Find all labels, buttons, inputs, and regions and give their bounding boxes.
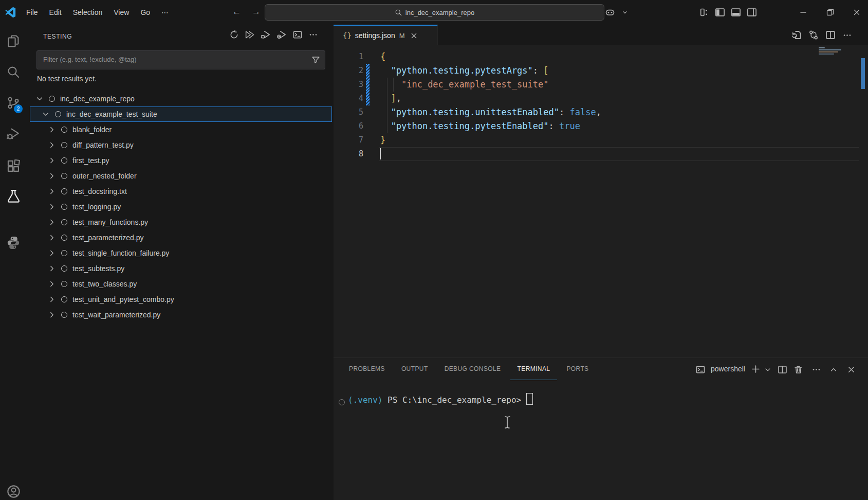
chevron-right-icon[interactable] (48, 280, 56, 288)
code-editor[interactable]: 1{2 "python.testing.pytestArgs": [3 "inc… (334, 45, 868, 358)
code-line-5[interactable]: 5 "python.testing.unittestEnabled": fals… (334, 105, 868, 119)
command-decoration-icon[interactable] (339, 399, 345, 405)
test-tree-item-outer_nested_folder[interactable]: outer_nested_folder (30, 168, 332, 184)
chevron-right-icon[interactable] (48, 187, 56, 195)
tab-close-button[interactable] (410, 32, 418, 40)
test-tree-item-test_docstring.txt[interactable]: test_docstring.txt (30, 184, 332, 199)
test-tree-item-label: blank_folder (72, 126, 112, 134)
menu-selection[interactable]: Selection (67, 6, 108, 19)
chevron-right-icon[interactable] (48, 156, 56, 165)
token-punct (380, 121, 391, 131)
close-window-button[interactable] (845, 0, 868, 24)
chevron-right-icon[interactable] (48, 234, 56, 242)
kill-terminal-button[interactable] (793, 365, 803, 374)
new-terminal-button[interactable] (751, 364, 761, 374)
restore-button[interactable] (819, 0, 841, 24)
chevron-right-icon[interactable] (48, 249, 56, 257)
minimap[interactable] (819, 47, 849, 56)
test-tree-item-test_logging.py[interactable]: test_logging.py (30, 199, 332, 215)
test-tree-item-test_parameterized.py[interactable]: test_parameterized.py (30, 230, 332, 245)
account-button[interactable] (0, 481, 27, 500)
sidebar-item-search[interactable] (0, 62, 27, 82)
test-tree-item-test_many_functions.py[interactable]: test_many_functions.py (30, 215, 332, 230)
split-editor-icon[interactable] (825, 30, 836, 40)
chevron-right-icon[interactable] (48, 264, 56, 273)
code-line-6[interactable]: 6 "python.testing.pytestEnabled": true (334, 119, 868, 133)
compare-changes-icon[interactable] (808, 30, 819, 40)
test-tree-item-diff_pattern_test.py[interactable]: diff_pattern_test.py (30, 137, 332, 153)
open-changes-icon[interactable] (791, 30, 802, 40)
chevron-right-icon[interactable] (48, 203, 56, 211)
toggle-primary-sidebar-icon[interactable] (715, 7, 725, 17)
panel-tab-output[interactable]: OUTPUT (394, 358, 435, 380)
token-key: "python.testing.unittestEnabled" (391, 107, 559, 117)
tab-settings-json[interactable]: {} settings.json M (334, 25, 438, 45)
test-tree-item-inc_dec_example_test_suite[interactable]: inc_dec_example_test_suite (30, 106, 332, 122)
launch-profile-button[interactable] (764, 366, 771, 373)
sidebar-item-python[interactable] (0, 233, 27, 253)
test-tree-item-test_unit_and_pytest_combo.py[interactable]: test_unit_and_pytest_combo.py (30, 292, 332, 307)
forward-arrow-button[interactable]: → (252, 7, 261, 17)
back-arrow-button[interactable]: ← (232, 7, 241, 17)
terminal-icon (695, 365, 706, 374)
chevron-right-icon[interactable] (48, 295, 56, 303)
panel-tab-ports[interactable]: PORTS (559, 358, 596, 380)
copilot-group[interactable] (604, 7, 629, 17)
close-panel-button[interactable] (847, 365, 856, 374)
chevron-right-icon[interactable] (48, 218, 56, 226)
code-text: ], (380, 92, 401, 105)
minimize-button[interactable] (792, 0, 815, 24)
code-line-4[interactable]: 4 ], (334, 92, 868, 105)
command-center-search[interactable]: inc_dec_example_repo (265, 4, 604, 21)
test-tree-item-test_wait_parameterized.py[interactable]: test_wait_parameterized.py (30, 307, 332, 323)
menu-go[interactable]: Go (135, 6, 156, 19)
split-terminal-button[interactable] (778, 365, 787, 374)
code-line-8[interactable]: 8 (334, 147, 868, 161)
token-punct (380, 107, 391, 117)
terminal-prompt[interactable]: (.venv) PS C:\inc_dec_example_repo> (348, 393, 533, 407)
code-line-7[interactable]: 7} (334, 133, 868, 147)
toggle-secondary-sidebar-icon[interactable] (747, 7, 757, 17)
maximize-panel-button[interactable] (829, 366, 838, 374)
shell-label[interactable]: powershell (711, 365, 745, 373)
test-tree-item-test_two_classes.py[interactable]: test_two_classes.py (30, 276, 332, 292)
test-tree-item-first_test.py[interactable]: first_test.py (30, 153, 332, 168)
chevron-right-icon[interactable] (48, 126, 56, 134)
toggle-panel-icon[interactable] (731, 7, 741, 17)
chevron-right-icon[interactable] (48, 311, 56, 319)
menu-file[interactable]: File (21, 6, 44, 19)
chevron-down-icon[interactable] (621, 7, 629, 17)
panel-tab-debug-console[interactable]: DEBUG CONSOLE (437, 358, 508, 380)
menu-overflow[interactable]: ⋯ (156, 6, 174, 19)
sidebar-item-run-debug[interactable] (0, 123, 27, 144)
test-tree-item-blank_folder[interactable]: blank_folder (30, 122, 332, 137)
panel-tab-terminal[interactable]: TERMINAL (510, 358, 558, 380)
test-tree-item-label: inc_dec_example_repo (60, 95, 135, 103)
code-text: "inc_dec_example_test_suite" (380, 78, 549, 92)
sidebar-item-testing[interactable] (0, 186, 27, 206)
test-tree-item-test_single_function_failure.py[interactable]: test_single_function_failure.py (30, 245, 332, 261)
test-tree-item-label: test_single_function_failure.py (72, 249, 169, 257)
code-line-2[interactable]: 2 "python.testing.pytestArgs": [ (334, 64, 868, 78)
customize-layout-icon[interactable] (699, 7, 709, 17)
code-line-1[interactable]: 1{ (334, 50, 868, 64)
code-line-3[interactable]: 3 "inc_dec_example_test_suite" (334, 78, 868, 92)
split-icon (778, 365, 787, 374)
copilot-icon[interactable] (604, 7, 616, 17)
chevron-right-icon[interactable] (48, 172, 56, 180)
terminal-tab-item[interactable] (695, 365, 706, 374)
panel-more-actions-button[interactable] (811, 365, 821, 374)
sidebar-item-extensions[interactable] (0, 156, 27, 176)
chevron-down-icon[interactable] (35, 95, 44, 103)
more-actions-icon[interactable] (842, 30, 852, 40)
menu-edit[interactable]: Edit (44, 6, 67, 19)
code-text: { (380, 50, 385, 64)
menu-view[interactable]: View (108, 6, 135, 19)
chevron-down-icon[interactable] (42, 110, 50, 118)
test-tree-item-test_subtests.py[interactable]: test_subtests.py (30, 261, 332, 276)
chevron-right-icon[interactable] (48, 141, 56, 149)
test-tree-item-label: outer_nested_folder (72, 172, 137, 180)
panel-tab-problems[interactable]: PROBLEMS (342, 358, 392, 380)
sidebar-item-explorer[interactable] (0, 31, 27, 51)
test-tree-item-inc_dec_example_repo[interactable]: inc_dec_example_repo (30, 91, 332, 106)
